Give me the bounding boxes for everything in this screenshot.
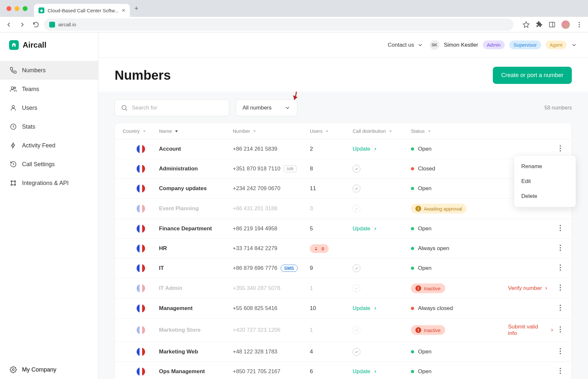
sidebar-item-teams[interactable]: Teams [0,80,98,98]
row-menu-button[interactable] [557,145,564,153]
sidebar-nav: Numbers Teams Users Stats Activity Feed … [0,58,98,360]
brand[interactable]: Aircall [0,32,98,58]
row-menu-button[interactable] [557,245,564,253]
ctx-rename[interactable]: Rename [514,159,576,174]
cell-action [508,264,564,272]
cell-distribution [353,205,411,212]
table-row[interactable]: Administration+351 870 918 7110IVR8Close… [115,159,571,179]
table-row[interactable]: Management+55 608 825 541610UpdateAlways… [115,299,571,318]
th-name[interactable]: Name [159,128,233,134]
action-link[interactable]: Submit valid info [508,324,554,337]
forward-icon[interactable] [19,21,26,28]
browser-tab[interactable]: ◆ Cloud-Based Call Center Softw... × [34,4,130,17]
panel-icon[interactable] [548,21,556,28]
search-input[interactable] [132,105,223,111]
address-bar[interactable]: aircall.io [44,18,514,31]
sidebar-my-company[interactable]: My Company [0,360,98,379]
cell-name: Management [159,305,233,312]
th-number[interactable]: Number [233,128,310,134]
svg-point-36 [560,267,561,268]
cell-number: +86 879 696 7776SMS [233,265,310,272]
create-number-button[interactable]: Create or port a number [493,67,572,84]
cell-country [123,224,159,233]
row-menu-button[interactable] [557,304,564,313]
cell-country [123,304,159,313]
sidebar-item-stats[interactable]: Stats [0,117,98,136]
table-row[interactable]: Account+86 214 261 58392UpdateOpen [115,139,571,159]
cell-name: Marketing Store [159,327,233,333]
th-users[interactable]: Users [310,128,353,134]
filter-dropdown[interactable]: All numbers [236,99,297,116]
close-tab-icon[interactable]: × [122,7,125,14]
new-tab-button[interactable]: + [134,4,139,13]
sidebar-item-call-settings[interactable]: Call Settings [0,155,98,174]
update-link[interactable]: Update [353,368,370,375]
update-link[interactable]: Update [353,146,370,152]
user-initials: SK [430,40,439,50]
cell-country [123,348,159,356]
table-row[interactable]: Marketing Store+420 727 323 12061!Inacti… [115,318,571,342]
table-row[interactable]: Event Planning+86 431 201 31883!Awaiting… [115,199,571,219]
extensions-icon[interactable] [536,21,543,28]
window-controls[interactable] [6,6,28,11]
row-menu-button[interactable] [557,284,564,293]
ivr-tag: IVR [284,166,297,172]
flag-icon [137,165,145,173]
row-menu-button[interactable] [557,225,564,233]
svg-point-33 [560,247,561,248]
sidebar-item-label: Users [22,105,37,111]
flag-icon [137,264,145,272]
reload-icon[interactable] [32,21,40,28]
cell-action [508,145,564,153]
svg-point-6 [14,87,16,89]
search-input-wrapper[interactable] [115,99,229,116]
update-link[interactable]: Update [353,305,370,312]
table-row[interactable]: Finance Department+86 219 194 49585Updat… [115,219,571,239]
profile-avatar[interactable] [561,20,570,29]
cell-users: 2 [310,146,353,152]
svg-point-39 [560,287,561,288]
cell-status: Open [411,368,508,375]
th-distribution[interactable]: Call distribution [353,128,411,134]
row-menu-button[interactable] [557,264,564,272]
back-icon[interactable] [5,21,12,28]
row-menu-button[interactable] [557,348,564,356]
contact-us-dropdown[interactable]: Contact us [388,42,423,48]
sidebar-item-users[interactable]: Users [0,98,98,117]
table-row[interactable]: Marketing Web+48 122 328 17834Open [115,342,571,362]
sidebar-item-numbers[interactable]: Numbers [0,61,98,80]
ctx-edit[interactable]: Edit [514,174,576,189]
browser-menu-icon[interactable] [576,21,583,28]
row-menu-button[interactable] [557,326,564,334]
table-row[interactable]: IT Admin+355 340 287 50781!InactiveVerif… [115,278,571,299]
star-icon[interactable] [523,21,530,28]
update-link[interactable]: Update [353,225,370,232]
table-row[interactable]: Ops Management+850 721 705 21676UpdateOp… [115,362,571,379]
row-menu-button[interactable] [557,368,564,376]
action-link[interactable]: Verify number [508,285,548,292]
ctx-delete[interactable]: Delete [514,189,576,204]
svg-point-51 [560,370,561,372]
user-menu[interactable]: SK Simon Kestler Admin Supervisor Agent [430,40,577,50]
sidebar-item-integrations[interactable]: Integrations & API [0,174,98,192]
sidebar-item-label: Integrations & API [22,180,69,187]
table-row[interactable]: Company updates+234 242 709 067011Open [115,179,571,199]
table-row[interactable]: HR+33 714 842 22790Always open [115,239,571,258]
cell-distribution [353,165,411,173]
cell-country [123,244,159,253]
cell-country [123,367,159,376]
svg-point-34 [560,249,561,251]
cell-action [508,368,564,376]
cell-action: Verify number [508,284,564,293]
badge-admin: Admin [483,40,505,49]
contact-label: Contact us [388,42,414,48]
check-icon [353,326,360,334]
table-row[interactable]: IT+86 879 696 7776SMS9Open [115,258,571,278]
th-country[interactable]: Country [123,128,159,134]
th-status[interactable]: Status [411,128,508,134]
cell-users: 1 [310,285,353,292]
sidebar-item-activity[interactable]: Activity Feed [0,136,98,155]
cell-users: 11 [310,185,353,192]
svg-point-14 [122,106,126,110]
cell-action [508,245,564,253]
